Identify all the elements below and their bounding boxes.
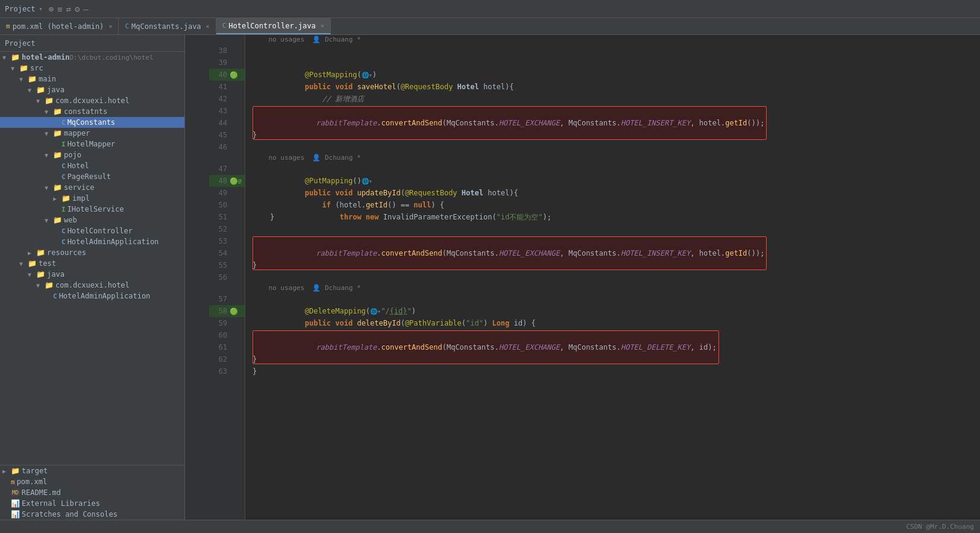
icon-scratches: 📊 [11, 510, 20, 519]
tab-close-pom[interactable]: ✕ [108, 23, 112, 30]
label-root-path: D:\dcbut.coding\hotel [69, 54, 153, 62]
label-admin-app: HotelAdminApplication [68, 238, 159, 246]
label-service: service [64, 183, 95, 192]
tree-target[interactable]: ▶ 📁 target [0, 465, 184, 476]
tree-hotel-admin-test[interactable]: C HotelAdminApplication [0, 291, 184, 301]
tree-scratches[interactable]: 📊 Scratches and Consoles [0, 509, 184, 520]
arrow-root: ▼ [2, 54, 11, 61]
tree-service[interactable]: ▼ 📁 service [0, 182, 184, 193]
label-page-result: PageResult [68, 172, 111, 181]
arrow-target: ▶ [2, 468, 11, 475]
label-readme: README.md [22, 488, 61, 497]
arrow-java-main: ▼ [28, 87, 36, 93]
tab-mq[interactable]: C MqConstants.java ✕ [119, 18, 216, 34]
folder-icon-web: 📁 [53, 216, 62, 224]
tree-java-main[interactable]: ▼ 📁 java [0, 84, 184, 95]
title-icon-5[interactable]: — [83, 4, 88, 14]
tree-hotel-controller[interactable]: C HotelController [0, 226, 184, 236]
gutter-area: 38 39 40🟢 41 42 43 44 45 46 47 48🟢@ 49 5… [209, 35, 245, 520]
label-hotel-ctrl: HotelController [68, 227, 133, 235]
tree-hotel-admin-app[interactable]: C HotelAdminApplication [0, 236, 184, 247]
label-test: test [39, 259, 56, 268]
arrow-mapper: ▼ [45, 130, 53, 137]
tab-mq-label: MqConstants.java [131, 22, 201, 31]
label-ihotel: IHotelService [68, 205, 124, 213]
code-line-52: hotelService.updateById(hotel); [253, 223, 968, 235]
tree-impl[interactable]: ▶ 📁 impl [0, 193, 184, 204]
dropdown-icon[interactable]: ▾ [39, 5, 43, 12]
tree-ihotel-service[interactable]: I IHotelService [0, 204, 184, 215]
title-icon-2[interactable]: ≡ [57, 4, 62, 14]
tab-hotel-controller[interactable]: C HotelController.java ✕ [216, 18, 331, 34]
folder-icon-test-com: 📁 [45, 281, 54, 289]
folder-icon-target: 📁 [11, 467, 20, 475]
icon-ext-libs: 📊 [11, 499, 20, 508]
tree-hotel-class[interactable]: C Hotel [0, 160, 184, 171]
sidebar-bottom: ▶ 📁 target m pom.xml MD README.md 📊 Exte… [0, 465, 184, 520]
tree-resources[interactable]: ▶ 📁 resources [0, 247, 184, 258]
tree-test-com-pkg[interactable]: ▼ 📁 com.dcxuexi.hotel [0, 280, 184, 291]
code-line-63: } [253, 365, 968, 377]
tab-pom-label: pom.xml (hotel-admin) [13, 22, 104, 31]
arrow-pojo: ▼ [45, 152, 53, 159]
tree-test-java[interactable]: ▼ 📁 java [0, 269, 184, 280]
icon-pom-xml: m [11, 478, 15, 486]
title-icon-4[interactable]: ⚙ [75, 4, 80, 14]
tree-readme[interactable]: MD README.md [0, 487, 184, 498]
folder-icon-service: 📁 [53, 183, 62, 192]
folder-icon-src: 📁 [19, 64, 28, 72]
tree-com-pkg[interactable]: ▼ 📁 com.dcxuexi.hotel [0, 95, 184, 106]
arrow-constants: ▼ [45, 109, 53, 115]
tree-main[interactable]: ▼ 📁 main [0, 74, 184, 84]
folder-icon-pojo: 📁 [53, 151, 62, 159]
label-main: main [39, 75, 56, 83]
label-pojo: pojo [64, 151, 81, 159]
tree-src[interactable]: ▼ 📁 src [0, 63, 184, 74]
code-line-46 [253, 141, 968, 153]
label-scratches: Scratches and Consoles [22, 510, 118, 519]
icon-hotel-ctrl: C [61, 227, 66, 235]
arrow-service: ▼ [45, 184, 53, 191]
label-mapper: mapper [64, 129, 90, 137]
tree-mq-constants[interactable]: C MqConstants [0, 117, 184, 128]
tree-test[interactable]: ▼ 📁 test [0, 258, 184, 269]
tree-page-result[interactable]: C PageResult [0, 171, 184, 182]
code-line-54: rabbitTemplate.convertAndSend(MqConstant… [253, 247, 968, 259]
sidebar: Project ▼ 📁 hotel-admin D:\dcbut.coding\… [0, 35, 185, 520]
code-line-47: @PutMapping()🌐▾ [253, 163, 968, 175]
icon-hotel-class: C [61, 162, 66, 170]
tree-pojo[interactable]: ▼ 📁 pojo [0, 150, 184, 160]
tab-xml-icon: m [6, 22, 10, 30]
icon-admin-app: C [61, 238, 66, 246]
code-editor[interactable]: 38 39 40🟢 41 42 43 44 45 46 47 48🟢@ 49 5… [209, 35, 980, 520]
tree-pom-xml[interactable]: m pom.xml [0, 476, 184, 487]
code-line-39: @PostMapping(🌐▾) [253, 57, 968, 69]
tab-close-mq[interactable]: ✕ [206, 23, 210, 30]
icon-mq: C [61, 119, 66, 127]
main-content: Project ▼ 📁 hotel-admin D:\dcbut.coding\… [0, 35, 980, 520]
tree-mapper[interactable]: ▼ 📁 mapper [0, 128, 184, 139]
arrow-src: ▼ [11, 65, 19, 72]
code-line-57: @DeleteMapping(🌐▾"/{id}") [253, 293, 968, 305]
label-web: web [64, 216, 77, 224]
tree-constants[interactable]: ▼ 📁 constatnts [0, 106, 184, 117]
icon-readme: MD [11, 489, 20, 496]
folder-icon-test-java: 📁 [36, 270, 45, 279]
tree-root[interactable]: ▼ 📁 hotel-admin D:\dcbut.coding\hotel [0, 52, 184, 63]
label-mq: MqConstants [68, 118, 115, 127]
label-admin-test: HotelAdminApplication [59, 292, 151, 300]
sidebar-tree[interactable]: ▼ 📁 hotel-admin D:\dcbut.coding\hotel ▼ … [0, 52, 184, 465]
sidebar-title: Project [5, 39, 36, 48]
title-bar: Project ▾ ⊕ ≡ ⇄ ⚙ — [0, 0, 980, 18]
title-icon-1[interactable]: ⊕ [49, 4, 54, 14]
tree-hotel-mapper[interactable]: I HotelMapper [0, 139, 184, 150]
title-icon-3[interactable]: ⇄ [66, 4, 71, 14]
project-label: Project [5, 5, 36, 13]
folder-icon-com-pkg: 📁 [45, 96, 54, 105]
tab-java-icon-mq: C [125, 22, 129, 30]
arrow-web: ▼ [45, 217, 53, 224]
tree-web[interactable]: ▼ 📁 web [0, 215, 184, 226]
tab-pom[interactable]: m pom.xml (hotel-admin) ✕ [0, 18, 119, 34]
tree-external-libs[interactable]: 📊 External Libraries [0, 498, 184, 509]
tab-close-hotel[interactable]: ✕ [321, 22, 324, 29]
